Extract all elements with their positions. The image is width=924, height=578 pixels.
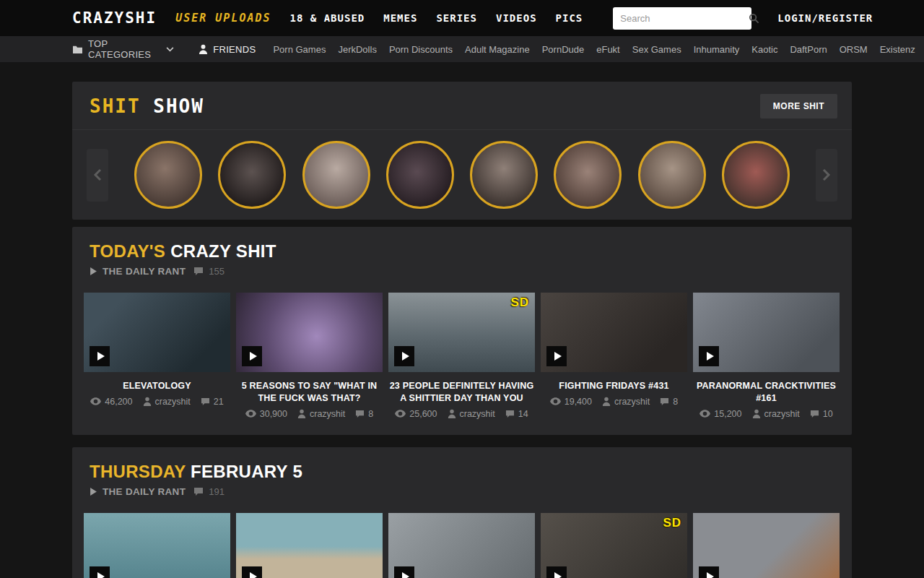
comment-icon	[193, 267, 204, 276]
folder-icon	[72, 45, 83, 54]
daily-rant-comment-count: 155	[209, 266, 225, 277]
video-thumbnail[interactable]	[236, 293, 383, 372]
nav-item-videos[interactable]: VIDEOS	[496, 12, 537, 24]
nav-item-pics[interactable]: PICS	[556, 12, 583, 24]
friend-link-existenz[interactable]: Existenz	[880, 44, 915, 55]
carousel-avatar[interactable]	[302, 141, 370, 209]
view-count: 46,200	[105, 397, 132, 407]
section-title-accent: THURSDAY	[90, 462, 186, 481]
secondary-navbar: TOP CATEGORIES FRIENDS Porn Games JerkDo…	[0, 36, 924, 62]
friend-link-efukt[interactable]: eFukt	[596, 44, 620, 55]
search-button[interactable]	[747, 12, 761, 25]
video-card-row: SD	[84, 513, 840, 578]
carousel-avatar[interactable]	[554, 141, 622, 209]
search-box	[613, 7, 751, 30]
more-shit-button[interactable]: MORE SHIT	[760, 94, 837, 118]
carousel-avatar[interactable]	[470, 141, 538, 209]
shit-show-header: SHIT SHOW MORE SHIT	[72, 82, 852, 130]
video-thumbnail[interactable]: SD	[541, 513, 687, 578]
carousel-avatar[interactable]	[386, 141, 454, 209]
friend-link-adult-magazine[interactable]: Adult Magazine	[465, 44, 530, 55]
video-card[interactable]	[236, 513, 383, 578]
carousel-avatars	[118, 141, 806, 209]
comment-count: 8	[368, 409, 373, 419]
uploader-name[interactable]: crazyshit	[614, 397, 650, 407]
video-thumbnail[interactable]	[388, 513, 535, 578]
video-card[interactable]: PARANORMAL CRACKTIVITIES #161 15,200 cra…	[693, 293, 840, 419]
video-card[interactable]: SD 23 PEOPLE DEFINITELY HAVING A SHITTIE…	[388, 293, 535, 419]
friend-link-kaotic[interactable]: Kaotic	[751, 44, 777, 55]
comment-icon	[660, 397, 669, 406]
views-icon	[395, 410, 406, 418]
friend-link-porndude[interactable]: PornDude	[542, 44, 585, 55]
comment-icon	[193, 487, 204, 496]
video-title[interactable]: 23 PEOPLE DEFINITELY HAVING A SHITTIER D…	[388, 380, 535, 405]
uploader-name[interactable]: crazyshit	[764, 409, 800, 419]
carousel-prev-button[interactable]	[87, 149, 108, 202]
site-logo[interactable]: CRAZYSHI	[72, 9, 157, 27]
video-stats: 25,600 crazyshit 14	[388, 409, 535, 419]
section-title-rest: FEBRUARY 5	[191, 462, 302, 481]
video-card[interactable]	[693, 513, 840, 578]
section-thursday-february-5: THURSDAY FEBRUARY 5 THE DAILY RANT 191	[72, 447, 852, 578]
video-title[interactable]: PARANORMAL CRACKTIVITIES #161	[693, 380, 840, 405]
carousel-avatar[interactable]	[218, 141, 286, 209]
uploader-name[interactable]: crazyshit	[310, 409, 345, 419]
video-stats: 15,200 crazyshit 10	[693, 409, 840, 419]
shit-show-carousel	[72, 130, 852, 220]
nav-item-memes[interactable]: MEMES	[383, 12, 417, 24]
video-card[interactable]	[84, 513, 230, 578]
video-thumbnail[interactable]	[84, 513, 230, 578]
search-input[interactable]	[620, 13, 747, 24]
daily-rant-link[interactable]: THE DAILY RANT	[103, 266, 186, 277]
video-title[interactable]: 5 REASONS TO SAY "WHAT IN THE FUCK WAS T…	[236, 380, 383, 405]
comment-icon	[810, 410, 819, 418]
nav-item-series[interactable]: SERIES	[436, 12, 477, 24]
friend-link-inhumanity[interactable]: Inhumanity	[694, 44, 740, 55]
view-count: 19,400	[565, 397, 592, 407]
nav-item-18-abused[interactable]: 18 & ABUSED	[290, 12, 365, 24]
shit-show-title-accent: SHIT	[90, 95, 141, 117]
video-card[interactable]: 5 REASONS TO SAY "WHAT IN THE FUCK WAS T…	[236, 293, 383, 419]
video-card[interactable]	[388, 513, 535, 578]
uploader-icon	[602, 397, 611, 406]
carousel-avatar[interactable]	[134, 141, 202, 209]
video-thumbnail[interactable]	[693, 293, 840, 372]
video-thumbnail[interactable]	[84, 293, 230, 372]
video-thumbnail[interactable]	[236, 513, 383, 578]
video-thumbnail[interactable]	[693, 513, 840, 578]
uploader-name[interactable]: crazyshit	[155, 397, 191, 407]
video-thumbnail[interactable]: SD	[388, 293, 535, 372]
views-icon	[550, 397, 561, 405]
comment-count: 10	[823, 409, 833, 419]
video-card[interactable]: ELEVATOLOGY 46,200 crazyshit 21	[84, 293, 230, 419]
friends-link[interactable]: FRIENDS	[199, 44, 256, 55]
daily-rant-comment-count: 191	[209, 486, 225, 497]
uploader-name[interactable]: crazyshit	[460, 409, 495, 419]
friend-link-porn-discounts[interactable]: Porn Discounts	[389, 44, 453, 55]
comment-count: 14	[518, 409, 528, 419]
video-card[interactable]: SD	[541, 513, 687, 578]
daily-rant-link[interactable]: THE DAILY RANT	[103, 486, 186, 497]
shit-show-panel: SHIT SHOW MORE SHIT	[72, 82, 852, 220]
video-thumbnail[interactable]	[541, 293, 687, 372]
login-register-link[interactable]: LOGIN/REGISTER	[777, 12, 873, 24]
friend-link-sex-games[interactable]: Sex Games	[632, 44, 681, 55]
carousel-next-button[interactable]	[816, 149, 837, 202]
friend-link-porn-games[interactable]: Porn Games	[273, 44, 326, 55]
top-categories-dropdown[interactable]: TOP CATEGORIES	[72, 38, 174, 60]
video-title[interactable]: ELEVATOLOGY	[84, 380, 230, 392]
nav-item-user-uploads[interactable]: USER UPLOADS	[175, 12, 271, 25]
top-navbar: CRAZYSHI USER UPLOADS 18 & ABUSED MEMES …	[0, 0, 924, 36]
friend-link-jerkdolls[interactable]: JerkDolls	[338, 44, 376, 55]
friend-link-daftporn[interactable]: DaftPorn	[790, 44, 827, 55]
friend-link-orsm[interactable]: ORSM	[840, 44, 868, 55]
play-button-icon	[90, 566, 110, 578]
video-title[interactable]: FIGHTING FRIDAYS #431	[541, 380, 687, 392]
chevron-right-icon	[822, 168, 831, 181]
video-card[interactable]: FIGHTING FRIDAYS #431 19,400 crazyshit	[541, 293, 687, 419]
comment-icon	[201, 397, 210, 406]
carousel-avatar[interactable]	[722, 141, 790, 209]
carousel-avatar[interactable]	[638, 141, 706, 209]
section-title: THURSDAY FEBRUARY 5	[84, 462, 840, 482]
